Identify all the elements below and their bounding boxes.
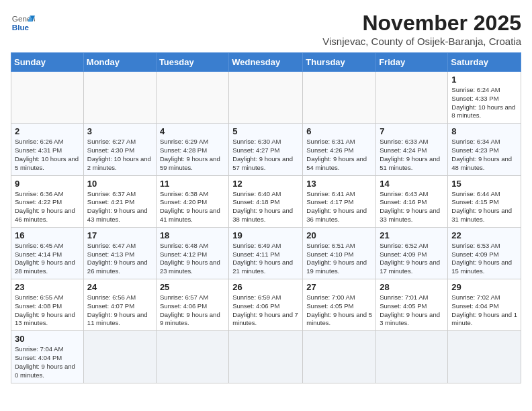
weekday-header: Sunday [11,53,84,72]
calendar-cell: 27Sunrise: 7:00 AM Sunset: 4:05 PM Dayli… [303,279,376,331]
day-info: Sunrise: 6:44 AM Sunset: 4:15 PM Dayligh… [451,190,517,224]
day-info: Sunrise: 6:48 AM Sunset: 4:12 PM Dayligh… [160,242,225,276]
day-info: Sunrise: 6:31 AM Sunset: 4:26 PM Dayligh… [306,138,372,172]
weekday-header: Friday [376,53,448,72]
calendar-cell: 30Sunrise: 7:04 AM Sunset: 4:04 PM Dayli… [11,331,84,383]
calendar-cell: 14Sunrise: 6:43 AM Sunset: 4:16 PM Dayli… [376,175,448,227]
calendar-week-row: 2Sunrise: 6:26 AM Sunset: 4:31 PM Daylig… [11,124,521,175]
calendar-week-row: 30Sunrise: 7:04 AM Sunset: 4:04 PM Dayli… [11,331,521,383]
calendar-cell: 15Sunrise: 6:44 AM Sunset: 4:15 PM Dayli… [448,175,521,227]
calendar-week-row: 9Sunrise: 6:36 AM Sunset: 4:22 PM Daylig… [11,175,521,227]
day-number: 11 [160,179,225,189]
day-number: 9 [15,179,80,189]
calendar-cell: 20Sunrise: 6:51 AM Sunset: 4:10 PM Dayli… [303,227,376,279]
weekday-header: Monday [83,53,156,72]
day-number: 3 [87,126,152,136]
weekday-header: Wednesday [229,53,303,72]
logo-icon: General Blue [11,11,35,35]
day-info: Sunrise: 6:40 AM Sunset: 4:18 PM Dayligh… [232,190,299,224]
day-info: Sunrise: 6:27 AM Sunset: 4:30 PM Dayligh… [87,138,152,172]
day-number: 20 [306,230,372,240]
calendar-cell: 12Sunrise: 6:40 AM Sunset: 4:18 PM Dayli… [229,175,303,227]
day-info: Sunrise: 6:57 AM Sunset: 4:06 PM Dayligh… [160,293,225,328]
day-info: Sunrise: 6:37 AM Sunset: 4:21 PM Dayligh… [87,190,152,224]
calendar-cell: 2Sunrise: 6:26 AM Sunset: 4:31 PM Daylig… [11,124,84,175]
day-number: 23 [15,282,80,292]
day-number: 2 [15,126,80,136]
day-number: 1 [451,75,517,85]
calendar-cell [83,331,156,383]
day-info: Sunrise: 6:24 AM Sunset: 4:33 PM Dayligh… [451,86,517,120]
day-info: Sunrise: 6:34 AM Sunset: 4:23 PM Dayligh… [451,138,517,172]
calendar-cell: 4Sunrise: 6:29 AM Sunset: 4:28 PM Daylig… [156,124,228,175]
day-number: 27 [306,282,372,292]
month-year-title: November 2025 [322,11,521,36]
day-info: Sunrise: 6:36 AM Sunset: 4:22 PM Dayligh… [15,190,80,224]
day-number: 29 [451,282,517,292]
day-info: Sunrise: 6:51 AM Sunset: 4:10 PM Dayligh… [306,242,372,276]
calendar-cell: 11Sunrise: 6:38 AM Sunset: 4:20 PM Dayli… [156,175,228,227]
calendar-cell: 3Sunrise: 6:27 AM Sunset: 4:30 PM Daylig… [83,124,156,175]
calendar-cell: 23Sunrise: 6:55 AM Sunset: 4:08 PM Dayli… [11,279,84,331]
location-subtitle: Visnjevac, County of Osijek-Baranja, Cro… [322,36,521,47]
calendar-cell: 1Sunrise: 6:24 AM Sunset: 4:33 PM Daylig… [448,72,521,124]
title-area: November 2025 Visnjevac, County of Osije… [322,11,521,47]
day-info: Sunrise: 6:26 AM Sunset: 4:31 PM Dayligh… [15,138,80,172]
day-number: 30 [15,334,80,344]
calendar-cell [229,72,303,124]
day-info: Sunrise: 6:49 AM Sunset: 4:11 PM Dayligh… [232,242,299,276]
day-number: 10 [87,179,152,189]
calendar-cell: 21Sunrise: 6:52 AM Sunset: 4:09 PM Dayli… [376,227,448,279]
svg-text:Blue: Blue [12,23,30,32]
calendar-cell: 16Sunrise: 6:45 AM Sunset: 4:14 PM Dayli… [11,227,84,279]
calendar-table: SundayMondayTuesdayWednesdayThursdayFrid… [11,52,521,383]
calendar-week-row: 23Sunrise: 6:55 AM Sunset: 4:08 PM Dayli… [11,279,521,331]
day-number: 14 [380,179,444,189]
calendar-cell: 19Sunrise: 6:49 AM Sunset: 4:11 PM Dayli… [229,227,303,279]
day-number: 19 [232,230,299,240]
calendar-cell: 10Sunrise: 6:37 AM Sunset: 4:21 PM Dayli… [83,175,156,227]
calendar-cell [11,72,84,124]
calendar-cell: 24Sunrise: 6:56 AM Sunset: 4:07 PM Dayli… [83,279,156,331]
calendar-cell: 8Sunrise: 6:34 AM Sunset: 4:23 PM Daylig… [448,124,521,175]
day-info: Sunrise: 6:30 AM Sunset: 4:27 PM Dayligh… [232,138,299,172]
calendar-cell [303,331,376,383]
day-info: Sunrise: 6:38 AM Sunset: 4:20 PM Dayligh… [160,190,225,224]
calendar-cell [303,72,376,124]
day-info: Sunrise: 6:55 AM Sunset: 4:08 PM Dayligh… [15,293,80,328]
day-info: Sunrise: 6:59 AM Sunset: 4:06 PM Dayligh… [232,293,299,328]
day-info: Sunrise: 6:53 AM Sunset: 4:09 PM Dayligh… [451,242,517,276]
weekday-header-row: SundayMondayTuesdayWednesdayThursdayFrid… [11,53,521,72]
day-info: Sunrise: 7:00 AM Sunset: 4:05 PM Dayligh… [306,293,372,328]
day-number: 6 [306,126,372,136]
calendar-cell [376,72,448,124]
calendar-cell [229,331,303,383]
day-info: Sunrise: 6:41 AM Sunset: 4:17 PM Dayligh… [306,190,372,224]
day-info: Sunrise: 7:02 AM Sunset: 4:04 PM Dayligh… [451,293,517,328]
day-number: 28 [380,282,444,292]
calendar-week-row: 16Sunrise: 6:45 AM Sunset: 4:14 PM Dayli… [11,227,521,279]
day-info: Sunrise: 6:43 AM Sunset: 4:16 PM Dayligh… [380,190,444,224]
day-info: Sunrise: 6:33 AM Sunset: 4:24 PM Dayligh… [380,138,444,172]
day-number: 5 [232,126,299,136]
calendar-cell [83,72,156,124]
calendar-cell: 9Sunrise: 6:36 AM Sunset: 4:22 PM Daylig… [11,175,84,227]
calendar-cell: 17Sunrise: 6:47 AM Sunset: 4:13 PM Dayli… [83,227,156,279]
calendar-cell: 5Sunrise: 6:30 AM Sunset: 4:27 PM Daylig… [229,124,303,175]
logo: General Blue [11,11,35,35]
day-number: 18 [160,230,225,240]
day-info: Sunrise: 6:52 AM Sunset: 4:09 PM Dayligh… [380,242,444,276]
day-info: Sunrise: 7:04 AM Sunset: 4:04 PM Dayligh… [15,345,80,379]
calendar-cell: 13Sunrise: 6:41 AM Sunset: 4:17 PM Dayli… [303,175,376,227]
calendar-cell: 6Sunrise: 6:31 AM Sunset: 4:26 PM Daylig… [303,124,376,175]
day-number: 24 [87,282,152,292]
day-info: Sunrise: 6:56 AM Sunset: 4:07 PM Dayligh… [87,293,152,328]
calendar-cell [156,331,228,383]
calendar-cell: 26Sunrise: 6:59 AM Sunset: 4:06 PM Dayli… [229,279,303,331]
day-info: Sunrise: 6:45 AM Sunset: 4:14 PM Dayligh… [15,242,80,276]
calendar-cell: 7Sunrise: 6:33 AM Sunset: 4:24 PM Daylig… [376,124,448,175]
day-info: Sunrise: 6:29 AM Sunset: 4:28 PM Dayligh… [160,138,225,172]
day-number: 22 [451,230,517,240]
weekday-header: Tuesday [156,53,228,72]
page-header: General Blue November 2025 Visnjevac, Co… [11,11,521,47]
